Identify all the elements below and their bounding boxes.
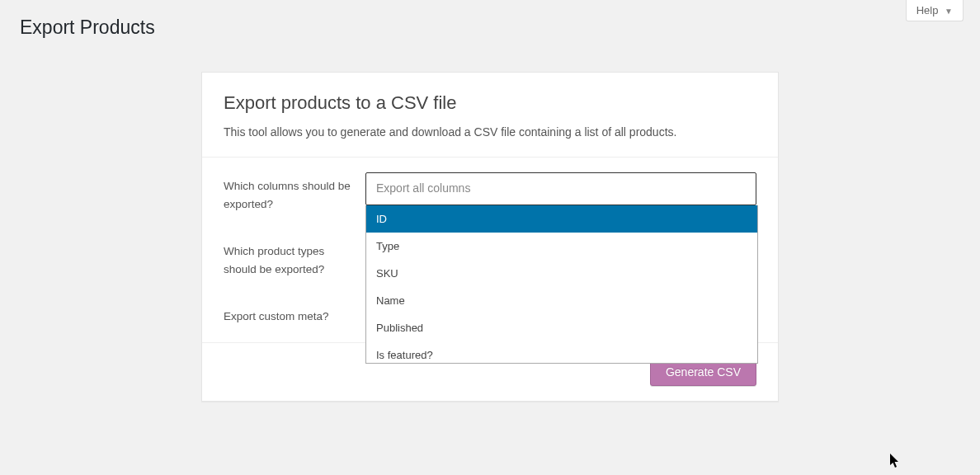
dropdown-option-type[interactable]: Type (366, 233, 757, 260)
cursor-icon (889, 454, 901, 470)
label-columns: Which columns should be exported? (224, 172, 365, 213)
help-label: Help (916, 4, 939, 16)
dropdown-option-published[interactable]: Published (366, 314, 757, 341)
export-panel: Export products to a CSV file This tool … (201, 72, 779, 402)
dropdown-option-featured[interactable]: Is featured? (366, 341, 757, 363)
panel-header: Export products to a CSV file This tool … (202, 73, 778, 158)
row-columns: Which columns should be exported? Export… (224, 172, 756, 213)
panel-body: Which columns should be exported? Export… (202, 158, 778, 342)
dropdown-option-sku[interactable]: SKU (366, 260, 757, 287)
label-meta: Export custom meta? (224, 303, 365, 326)
dropdown-option-id[interactable]: ID (366, 205, 757, 233)
panel-description: This tool allows you to generate and dow… (224, 125, 756, 139)
dropdown-option-name[interactable]: Name (366, 287, 757, 314)
panel-heading: Export products to a CSV file (224, 92, 756, 114)
page-title: Export Products (0, 0, 980, 39)
label-types: Which product types should be exported? (224, 238, 365, 278)
columns-dropdown[interactable]: ID Type SKU Name Published Is featured? (365, 205, 758, 364)
help-tab[interactable]: Help ▼ (906, 0, 964, 21)
columns-select-input[interactable]: Export all columns (365, 172, 756, 205)
chevron-down-icon: ▼ (945, 7, 953, 16)
